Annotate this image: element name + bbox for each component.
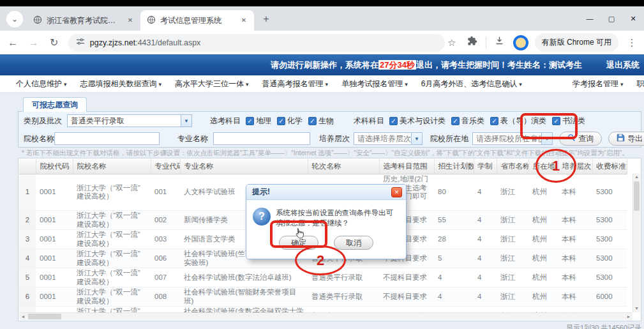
college-name-input[interactable] (54, 132, 160, 145)
horizontal-scroll-thumb[interactable] (28, 314, 61, 319)
checkbox-checked-icon: ✓ (451, 117, 460, 125)
menu-vocational-skill[interactable]: 职业技能考试报名管理▾ (636, 79, 644, 89)
save-floppy-icon (617, 134, 625, 144)
reload-icon[interactable]: ↻ (47, 34, 62, 51)
chrome-update-button[interactable]: 有新版 Chrome 可用 (535, 33, 618, 52)
header-plan-count[interactable]: 招生计划数 (434, 159, 474, 174)
window-close-button[interactable]: ✕ (622, 6, 644, 31)
checkbox-music[interactable]: ✓音乐类 (451, 116, 484, 126)
dialog-buttons: 确定 取消 (246, 232, 406, 259)
scroll-left-icon[interactable]: ◄ (19, 313, 27, 321)
download-icon[interactable] (493, 35, 507, 50)
tab-volunteer-query[interactable]: 可报志愿查询 (23, 97, 87, 112)
chevron-down-icon: ▾ (159, 81, 162, 88)
checkbox-geography[interactable]: ✓地理 (246, 116, 271, 126)
extensions-icon[interactable] (465, 36, 479, 50)
question-icon: ? (253, 208, 271, 226)
bookmark-star-icon[interactable]: ☆ (445, 36, 459, 50)
back-icon[interactable]: ← (5, 34, 20, 51)
session-warning: 请勿进行刷新操作，系统将在27分34秒退出，请考生把握时间！ (271, 59, 507, 71)
combo-arrow-icon[interactable]: ▼ (411, 133, 422, 144)
pager-status: 显示1到30,共14560记录 (18, 323, 641, 329)
scroll-down-icon[interactable]: ▼ (633, 305, 640, 312)
table-row[interactable]: 50001浙江大学（“双一流”建设高校）007社会科学试验班(数字法治卓越班)普… (19, 268, 627, 287)
search-button[interactable]: 查询 (559, 132, 602, 146)
menu-xuekao[interactable]: 学考报名管理▾ (573, 79, 624, 89)
checkbox-checked-icon: ✓ (246, 117, 254, 125)
province-combobox[interactable]: 请选择院校所在省份 ▼ (472, 132, 553, 145)
site-settings-icon[interactable] (76, 37, 85, 49)
header-fee[interactable]: 收费标准 (592, 159, 627, 174)
vertical-scroll-thumb[interactable] (634, 181, 640, 211)
checkbox-checked-icon: ✓ (277, 117, 285, 125)
vertical-scrollbar[interactable]: ▲ ▼ (633, 173, 640, 312)
tab-close-icon[interactable]: ✕ (239, 15, 249, 26)
menu-personal-info[interactable]: 个人信息维护▾ (16, 79, 67, 89)
header-college-name[interactable]: 院校名称 (73, 159, 151, 174)
menu-gaokao-registration[interactable]: 普通高考报名管理▾ (262, 79, 329, 89)
profile-avatar[interactable] (513, 35, 528, 50)
major-name-label: 专业名称 (177, 134, 208, 144)
header-level[interactable]: 培养层次 (558, 159, 592, 174)
level-combobox[interactable]: 请选择培养层次 ▼ (354, 132, 423, 145)
table-row[interactable]: 60001浙江大学（“双一流”建设高校）008社会科学试验班(智能财务荣誉项目班… (19, 287, 627, 307)
header-major-name[interactable]: 专业名称 (180, 159, 308, 174)
header-subject-range[interactable]: 选考科目范围 (379, 159, 434, 174)
menu-volunteer-data-query[interactable]: 志愿填报相关数据查询▾ (80, 79, 162, 89)
dialog-titlebar[interactable]: 提示! ✕ (246, 185, 406, 200)
globe-favicon-icon (33, 15, 42, 26)
category-combobox[interactable]: 普通类平行录取 ▼ (67, 114, 192, 127)
menu-sanweiyiti[interactable]: 高水平大学三位一体▾ (175, 79, 249, 89)
window-controls: — ▢ ✕ (579, 6, 644, 31)
download-note: * 若IE下不能出现文件下载对话框，请按以下步骤设置：依次点击IE浏览器“工具”… (22, 149, 634, 158)
browser-menu-icon[interactable]: ⋮ (625, 36, 639, 50)
logout-button[interactable]: 退出系统 (606, 59, 640, 71)
new-tab-button[interactable]: + (258, 11, 274, 27)
checkbox-calligraphy[interactable]: ✓书法类 (552, 116, 585, 126)
scroll-up-icon[interactable]: ▲ (633, 173, 640, 181)
header-major-code[interactable]: 专业代码 (151, 159, 180, 174)
student-name: 考生姓名：测试考生 (507, 59, 582, 71)
window-maximize-button[interactable]: ▢ (601, 6, 622, 31)
checkbox-chemistry[interactable]: ✓化学 (277, 116, 303, 126)
checkbox-checked-icon: ✓ (389, 117, 398, 125)
category-label: 类别及批次 (24, 116, 67, 126)
system-banner: 请勿进行刷新操作，系统将在27分34秒退出，请考生把握时间！ 考生姓名：测试考生… (0, 54, 644, 75)
scroll-right-icon[interactable]: ► (625, 313, 633, 321)
browser-tab-inactive[interactable]: 浙江省教育考试院官网 考生办… ✕ (27, 10, 140, 31)
checkbox-art-design[interactable]: ✓美术与设计类 (389, 116, 446, 126)
level-value: 请选择培养层次 (354, 134, 411, 144)
table-row[interactable]: 70001浙江大学（“双一流”建设高校）009社会科学试验班(含数字金融双学士学… (19, 307, 627, 313)
checkbox-performance[interactable]: ✓表（导）演类 (490, 116, 546, 126)
address-bar[interactable]: pgzy.zjzs.net:4431/default.aspx (68, 34, 445, 52)
combo-arrow-icon[interactable]: ▼ (541, 133, 552, 144)
cancel-button[interactable]: 取消 (334, 236, 373, 250)
grid-header-row: 院校代码 院校名称 专业代码 专业名称 轮次名称 选考科目范围 招生计划数 学制… (19, 159, 627, 174)
header-province[interactable]: 省市名称 (497, 159, 528, 174)
chevron-down-icon: ▾ (326, 81, 329, 88)
header-city[interactable]: 所在地 (528, 159, 558, 174)
header-round-name[interactable]: 轮次名称 (308, 159, 379, 174)
globe-favicon-icon (147, 15, 156, 26)
menu-june-confirm[interactable]: 6月高考外语、选考信息确认▾ (421, 79, 522, 89)
dialog-close-icon[interactable]: ✕ (391, 187, 402, 197)
window-minimize-button[interactable]: — (579, 6, 601, 31)
chevron-down-icon: ▾ (620, 81, 624, 88)
filter-row-1: 类别及批次 普通类平行录取 ▼ 选考科目 ✓地理 ✓化学 ✓生物 术科科目 ✓美… (19, 112, 641, 130)
province-label: 院校所在地 (430, 134, 468, 144)
browser-tab-active[interactable]: 考试信息管理系统 ✕ (140, 10, 254, 31)
tab-title: 考试信息管理系统 (160, 15, 234, 26)
checkbox-biology[interactable]: ✓生物 (308, 116, 334, 126)
export-button[interactable]: 导出 (608, 132, 644, 146)
major-name-input[interactable] (213, 132, 310, 145)
combo-arrow-icon[interactable]: ▼ (181, 115, 191, 126)
horizontal-scrollbar[interactable]: ◄ ► (19, 312, 633, 320)
toolbar-divider (486, 37, 486, 49)
menu-separate-exam[interactable]: 单独考试报名管理▾ (341, 79, 408, 89)
forward-icon[interactable]: → (26, 34, 41, 51)
header-duration[interactable]: 学制 (474, 159, 497, 174)
countdown-timer: 27分34秒 (378, 60, 416, 70)
tab-search-icon[interactable]: ⌄ (6, 11, 23, 27)
header-college-code[interactable]: 院校代码 (36, 159, 73, 174)
tab-close-icon[interactable]: ✕ (125, 15, 135, 26)
